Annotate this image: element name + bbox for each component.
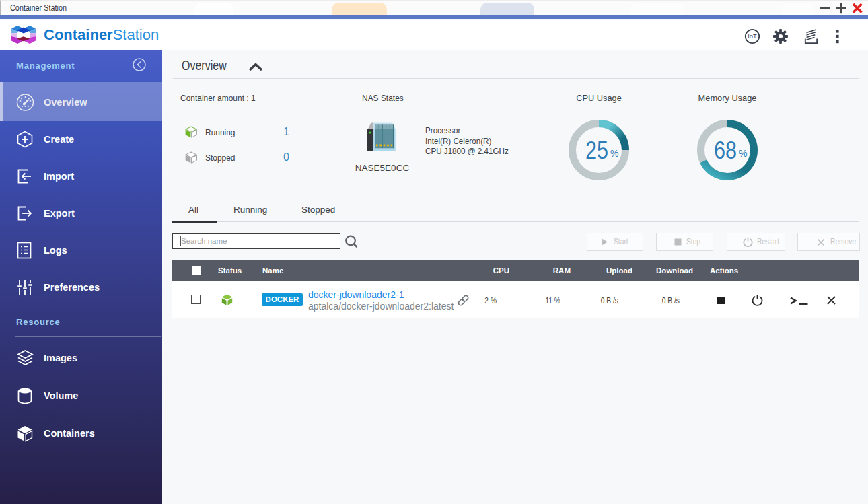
svg-text:68: 68 [714,137,737,164]
svg-text:IoT: IoT [748,33,757,40]
svg-text:25: 25 [585,137,608,164]
svg-text:%: % [739,148,747,159]
svg-text:%: % [610,148,618,159]
